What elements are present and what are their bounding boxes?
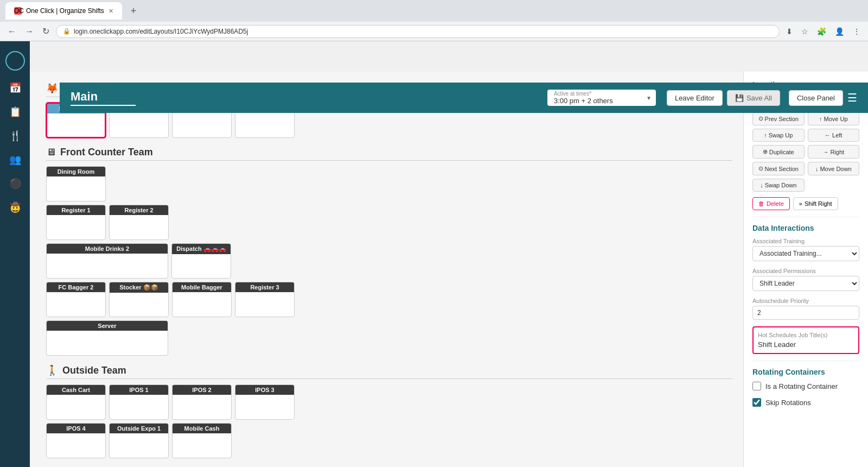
active-times-dropdown[interactable]: Active at times* 3:00 pm + 2 others ▼: [547, 90, 656, 106]
sidebar-icon-people[interactable]: 👥: [4, 149, 26, 171]
mobile-bagger-label: Mobile Bagger: [173, 282, 231, 292]
leave-editor-button[interactable]: Leave Editor: [667, 90, 723, 106]
front-counter-row-1: Dining Room: [46, 166, 732, 201]
reload-button[interactable]: ↻: [40, 24, 52, 39]
back-button[interactable]: ←: [5, 24, 18, 39]
right-button[interactable]: → Right: [808, 145, 860, 159]
save-icon: 💾: [735, 94, 744, 102]
shift-cell-register-1[interactable]: Register 1: [46, 205, 106, 240]
delete-shift-right-row: 🗑 Delete » Shift Right: [752, 197, 859, 210]
browser-chrome: OC One Click | Organize Shifts ✕ +: [0, 0, 868, 22]
sidebar-icon-calendar[interactable]: 📅: [4, 77, 26, 99]
duplicate-icon: ⊕: [763, 148, 768, 155]
shift-right-button[interactable]: » Shift Right: [793, 197, 838, 210]
leadership-emoji: 🦊: [46, 83, 58, 94]
shift-right-icon: »: [799, 200, 802, 207]
app-container: 📅 📋 🍴 👥 ⚫ 🤠 Main Active at times* 3:00 p…: [0, 41, 868, 467]
extensions-btn[interactable]: 🧩: [815, 25, 828, 38]
shift-cell-fc-bagger-2[interactable]: FC Bagger 2: [46, 282, 106, 317]
next-section-icon: ⊙: [758, 165, 763, 172]
hot-schedules-box: Hot Schedules Job Title(s): [752, 326, 859, 354]
next-section-button[interactable]: ⊙ Next Section: [752, 162, 805, 175]
shift-cell-ipos-2[interactable]: IPOS 2: [172, 384, 232, 420]
bookmark-btn[interactable]: ☆: [799, 25, 810, 38]
tab-favicon: OC: [14, 7, 22, 15]
menu-btn[interactable]: ⋮: [851, 25, 863, 38]
ipos-4-label: IPOS 4: [47, 424, 105, 433]
shift-cell-stocker[interactable]: Stocker 📦📦: [109, 282, 169, 317]
tab-close-btn[interactable]: ✕: [108, 8, 113, 15]
browser-nav: ← → ↻ 🔒 login.oneclickapp.com/editLayout…: [0, 22, 868, 41]
shift-cell-dining-room[interactable]: Dining Room: [46, 166, 106, 201]
address-bar[interactable]: 🔒 login.oneclickapp.com/editLayouts/I10C…: [56, 25, 780, 38]
shift-cell-ipos-4[interactable]: IPOS 4: [46, 423, 106, 458]
autoschedule-priority-label: Autoschedule Priority: [752, 298, 859, 304]
main-content: 🦊 Leadership Shift Leader Team Leader Tr…: [30, 72, 868, 467]
server-label: Server: [47, 321, 168, 331]
shift-cell-dispatch[interactable]: Dispatch 🚗🚗🚗: [171, 243, 231, 279]
sidebar-icon-hat[interactable]: 🤠: [4, 197, 26, 218]
hamburger-menu-button[interactable]: ☰: [847, 91, 857, 104]
address-text: login.oneclickapp.com/editLayouts/I10CJi…: [74, 28, 248, 35]
panel-divider-1: [752, 217, 859, 217]
is-rotating-row: Is a Rotating Container: [752, 382, 859, 390]
left-sidebar: 📅 📋 🍴 👥 ⚫ 🤠: [0, 41, 30, 467]
location-controls: ⊙ Prev Section ↑ Move Up ↑ Swap Up ← Lef…: [752, 112, 859, 192]
shift-cell-outside-expo-1[interactable]: Outside Expo 1: [109, 423, 169, 458]
front-counter-section-header: 🖥 Front Counter Team: [46, 147, 732, 161]
associated-permissions-label: Associated Permissions: [752, 268, 859, 274]
sidebar-icon-list[interactable]: 📋: [4, 101, 26, 123]
center-area: 🦊 Leadership Shift Leader Team Leader Tr…: [30, 72, 743, 467]
shift-cell-register-3[interactable]: Register 3: [235, 282, 295, 317]
panel-divider-2: [752, 361, 859, 361]
shift-cell-ipos-3[interactable]: IPOS 3: [235, 384, 295, 420]
left-button[interactable]: ← Left: [808, 129, 860, 142]
shift-cell-mobile-cash[interactable]: Mobile Cash: [172, 423, 232, 458]
tab-title: One Click | Organize Shifts: [26, 7, 104, 15]
save-all-button[interactable]: 💾 Save All: [727, 90, 780, 106]
prev-section-button[interactable]: ⊙ Prev Section: [752, 112, 805, 125]
shift-cell-cash-cart[interactable]: Cash Cart: [46, 384, 106, 420]
stocker-label: Stocker 📦📦: [110, 282, 168, 293]
associated-training-select[interactable]: Associated Training...: [752, 246, 859, 261]
mobile-cash-label: Mobile Cash: [173, 424, 231, 433]
hot-schedules-input[interactable]: [758, 340, 854, 349]
associated-permissions-select[interactable]: Shift Leader: [752, 276, 859, 291]
shift-cell-ipos-1[interactable]: IPOS 1: [109, 384, 169, 420]
shift-cell-mobile-bagger[interactable]: Mobile Bagger: [172, 282, 232, 317]
swap-down-button[interactable]: ↓ Swap Down: [752, 179, 805, 192]
shift-cell-register-2[interactable]: Register 2: [109, 205, 169, 240]
app-header: Main Active at times* 3:00 pm + 2 others…: [60, 83, 868, 113]
outside-row-1: Cash Cart IPOS 1 IPOS 2 IPOS 3: [46, 384, 732, 420]
header-title: Main: [71, 90, 136, 106]
download-btn[interactable]: ⬇: [784, 25, 795, 38]
outside-team-emoji: 🚶: [46, 364, 58, 376]
shift-cell-server[interactable]: Server: [46, 320, 168, 356]
duplicate-button[interactable]: ⊕ Duplicate: [752, 145, 805, 159]
hot-schedules-label: Hot Schedules Job Title(s): [758, 332, 854, 338]
right-icon: →: [822, 149, 828, 155]
left-icon: ←: [825, 132, 831, 138]
skip-rotations-row: Skip Rotations: [752, 398, 859, 407]
delete-button[interactable]: 🗑 Delete: [752, 197, 790, 210]
skip-rotations-checkbox[interactable]: [752, 398, 761, 407]
shift-cell-mobile-drinks-2[interactable]: Mobile Drinks 2: [46, 243, 168, 279]
profile-btn[interactable]: 👤: [833, 25, 846, 38]
sidebar-icon-food[interactable]: 🍴: [4, 125, 26, 147]
move-down-button[interactable]: ↓ Move Down: [808, 162, 860, 175]
register-2-label: Register 2: [110, 205, 168, 215]
autoschedule-priority-input[interactable]: [752, 306, 859, 320]
swap-up-button[interactable]: ↑ Swap Up: [752, 129, 805, 142]
rotating-containers-title: Rotating Containers: [752, 368, 859, 376]
browser-tab[interactable]: OC One Click | Organize Shifts ✕: [5, 2, 122, 20]
front-counter-emoji: 🖥: [46, 147, 56, 158]
close-panel-button[interactable]: Close Panel: [789, 90, 843, 106]
sidebar-icon-circle[interactable]: ⚫: [4, 173, 26, 194]
forward-button[interactable]: →: [23, 24, 36, 39]
associated-training-label: Associated Training: [752, 238, 859, 244]
register-3-label: Register 3: [235, 282, 294, 292]
sidebar-spinner: [5, 51, 25, 71]
new-tab-button[interactable]: +: [126, 3, 141, 19]
is-rotating-checkbox[interactable]: [752, 382, 761, 390]
move-up-button[interactable]: ↑ Move Up: [808, 112, 860, 125]
